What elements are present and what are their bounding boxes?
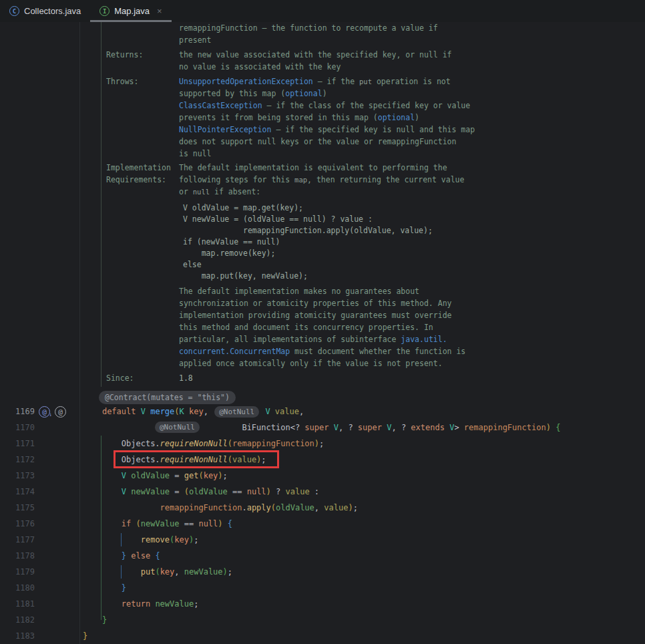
- java-class-icon: C: [9, 6, 19, 16]
- code-token: (: [228, 439, 232, 448]
- doc-text-line: remappingFunction.apply(oldValue, value)…: [183, 226, 433, 236]
- doc-text: V oldValue = map.get(key);: [183, 203, 303, 212]
- line-number: 1172: [0, 452, 35, 468]
- code-token: ): [348, 503, 353, 512]
- code-token: null: [198, 519, 218, 528]
- doc-text: V newValue = (oldValue == null) ? value …: [183, 214, 373, 224]
- code-token: (: [136, 519, 140, 528]
- code-token: [83, 519, 122, 528]
- close-tab-icon[interactable]: ×: [157, 6, 162, 16]
- code-line-1179: put(key, newValue);: [83, 564, 232, 580]
- doc-text-line: concurrent.ConcurrentMap must document w…: [179, 347, 465, 357]
- code-token: ): [266, 487, 271, 496]
- code-token: ): [218, 519, 222, 528]
- doc-text: applied once atomically only if the valu…: [179, 359, 443, 368]
- doc-text-line: prevents it from being stored in this ma…: [179, 113, 419, 123]
- doc-text: present: [179, 35, 211, 45]
- doc-text: if (newValue == null): [183, 237, 280, 247]
- code-line-1174: V newValue = (oldValue == null) ? value …: [83, 484, 319, 500]
- line-number: 1174: [0, 484, 35, 500]
- code-token: newValue: [141, 519, 180, 528]
- doc-text: map: [294, 176, 307, 184]
- code-token: key: [204, 471, 218, 480]
- line-number: 1183: [0, 628, 35, 644]
- tab-map-java[interactable]: I Map.java ×: [90, 0, 171, 22]
- code-token: }: [83, 631, 87, 641]
- code-token: super: [358, 423, 382, 432]
- doc-text-line: V newValue = (oldValue == null) ? value …: [183, 214, 373, 224]
- doc-text-line: following steps for this map, then retur…: [179, 175, 464, 185]
- doc-link[interactable]: ClassCastException: [179, 101, 262, 110]
- code-token: value: [275, 407, 299, 416]
- code-line-1182: }: [83, 612, 107, 628]
- code-token: (: [271, 503, 276, 512]
- gutter-separator: [79, 22, 80, 644]
- code-token: [83, 615, 102, 625]
- code-line-1171: Objects.requireNonNull(remappingFunction…: [83, 436, 324, 452]
- code-token: , ?: [391, 423, 411, 432]
- line-number: 1177: [0, 532, 35, 548]
- doc-link[interactable]: optional: [285, 89, 322, 98]
- code-token: super: [304, 423, 329, 432]
- code-token: [329, 423, 333, 432]
- code-token: [83, 599, 122, 609]
- code-line-1169: default V merge(K key, @NotNull V value,: [83, 404, 304, 420]
- code-token: ,: [174, 567, 184, 577]
- doc-text-line: UnsupportedOperationException – if the p…: [179, 77, 451, 87]
- doc-link[interactable]: java.util.: [401, 335, 447, 344]
- line-number: 1176: [0, 516, 35, 532]
- doc-text: map.put(key, newValue);: [183, 271, 308, 281]
- code-token: BiFunction<?: [242, 423, 304, 432]
- notnull-inlay-hint: @NotNull: [155, 422, 200, 433]
- code-token: ,: [299, 407, 304, 416]
- code-line-1173: V oldValue = get(key);: [83, 468, 228, 484]
- doc-text: 1.8: [179, 373, 193, 383]
- doc-text-line: map.put(key, newValue);: [183, 271, 308, 281]
- code-token: key: [189, 407, 204, 416]
- doc-link[interactable]: optional: [378, 113, 415, 122]
- code-token: =: [170, 471, 184, 480]
- highlight-rectangle: [114, 450, 279, 468]
- code-token: (: [184, 487, 189, 496]
- tab-collectors-java[interactable]: C Collectors.java: [0, 0, 90, 22]
- doc-link[interactable]: concurrent.ConcurrentMap: [179, 347, 290, 356]
- doc-text-line: map.remove(key);: [183, 249, 275, 259]
- annotation-icon[interactable]: @: [55, 406, 66, 418]
- code-token: extends: [411, 423, 445, 432]
- contract-inlay-hint: @Contract(mutates = "this"): [99, 391, 236, 404]
- doc-text-line: NullPointerException – if the specified …: [179, 125, 475, 135]
- doc-section-label: Requirements:: [106, 175, 166, 185]
- code-token: put: [141, 567, 156, 577]
- doc-text: null: [193, 188, 210, 196]
- code-token: apply: [247, 503, 271, 512]
- code-token: K: [180, 407, 184, 416]
- code-line-1183: }: [83, 628, 87, 644]
- code-token: :: [310, 487, 319, 496]
- code-token: [83, 535, 141, 544]
- doc-text: map.remove(key);: [183, 249, 275, 258]
- doc-text: the new value associated with the specif…: [179, 50, 452, 59]
- annotated-icon[interactable]: @↓: [39, 406, 50, 418]
- doc-text-line: supported by this map (optional): [179, 89, 327, 99]
- code-token: ): [223, 567, 228, 577]
- line-number: 1169: [0, 404, 35, 420]
- notnull-inlay-hint: @NotNull: [214, 406, 259, 418]
- code-token: ,: [204, 407, 213, 416]
- code-token: }: [122, 583, 126, 593]
- doc-text: supported by this map (: [179, 89, 285, 98]
- doc-link[interactable]: NullPointerException: [179, 125, 271, 134]
- code-token: }: [102, 615, 107, 625]
- code-token: V: [334, 423, 339, 432]
- code-token: if: [122, 519, 131, 528]
- code-line-1177: remove(key);: [83, 532, 198, 548]
- doc-text-line: V oldValue = map.get(key);: [183, 203, 303, 213]
- code-token: merge: [150, 407, 174, 416]
- code-token: [83, 503, 160, 512]
- arrow-down-icon: ↓: [49, 410, 52, 420]
- code-token: V: [141, 407, 146, 416]
- code-token: ;: [228, 567, 232, 577]
- doc-link[interactable]: UnsupportedOperationException: [179, 77, 313, 86]
- code-token: >: [454, 423, 463, 432]
- doc-section-label: Implementation: [106, 163, 171, 173]
- doc-text: – if the class of the specified key or v…: [262, 101, 471, 110]
